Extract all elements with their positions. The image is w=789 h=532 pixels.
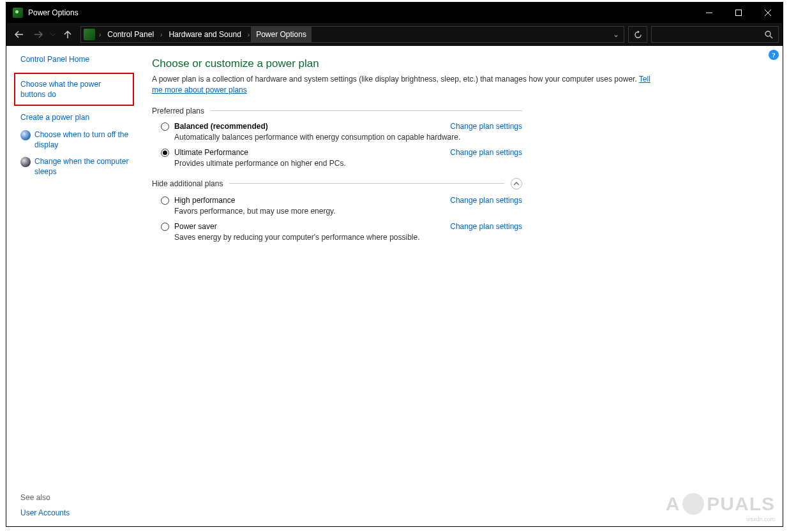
preferred-plans-section: Preferred plans Balanced (recommended) C… (152, 107, 522, 168)
monitor-icon (20, 130, 31, 140)
help-icon[interactable]: ? (769, 50, 779, 60)
see-also-user-accounts[interactable]: User Accounts (20, 508, 70, 517)
sidebar-link-label: Choose when to turn off the display (34, 129, 133, 150)
svg-point-4 (765, 31, 770, 36)
plan-description: Provides ultimate performance on higher … (174, 159, 522, 168)
section-title: Preferred plans (152, 107, 204, 115)
sidebar: Control Panel Home Choose what the power… (6, 46, 140, 526)
breadcrumb-leaf[interactable]: Power Options (251, 27, 312, 42)
search-icon (765, 31, 773, 39)
power-options-icon (13, 8, 23, 18)
forward-button[interactable] (29, 26, 47, 43)
plan-ultimate: Ultimate Performance Change plan setting… (161, 148, 522, 168)
plan-description: Favors performance, but may use more ene… (174, 207, 522, 216)
address-dropdown[interactable]: ⌄ (608, 30, 624, 39)
watermark: A PUALS (666, 493, 775, 515)
watermark-face-icon (682, 493, 704, 515)
plan-name: High performance (174, 196, 235, 205)
up-button[interactable] (59, 26, 77, 43)
main-panel: ? Choose or customize a power plan A pow… (140, 46, 783, 526)
recent-dropdown[interactable] (49, 26, 57, 43)
sidebar-link-sleep[interactable]: Change when the computer sleeps (20, 156, 133, 177)
intro-paragraph: A power plan is a collection of hardware… (152, 75, 639, 84)
plan-description: Automatically balances performance with … (174, 133, 522, 142)
additional-plans-section: Hide additional plans High performance C… (152, 178, 522, 242)
content-area: Control Panel Home Choose what the power… (6, 46, 783, 526)
refresh-button[interactable] (628, 26, 647, 43)
sidebar-link-power-buttons[interactable]: Choose what the power buttons do (14, 73, 134, 106)
chevron-right-icon[interactable]: › (159, 31, 163, 38)
back-button[interactable] (10, 26, 28, 43)
change-plan-settings-link[interactable]: Change plan settings (450, 148, 522, 157)
location-icon (84, 29, 95, 40)
minimize-button[interactable] (695, 3, 724, 23)
watermark-sub: wsxdn.com (746, 516, 775, 522)
radio-high-performance[interactable] (161, 196, 169, 205)
svg-rect-1 (736, 10, 742, 16)
close-button[interactable] (753, 3, 783, 23)
change-plan-settings-link[interactable]: Change plan settings (450, 196, 522, 205)
window-frame: Power Options › Control Panel › (6, 2, 783, 527)
chevron-right-icon[interactable]: › (98, 31, 102, 38)
sidebar-link-label: Create a power plan (20, 112, 133, 122)
collapse-button[interactable] (511, 178, 522, 189)
sidebar-link-create-plan[interactable]: Create a power plan (20, 112, 133, 122)
see-also-label: See also (20, 493, 70, 502)
section-header: Hide additional plans (152, 178, 522, 189)
navbar: › Control Panel › Hardware and Sound › P… (6, 23, 783, 46)
change-plan-settings-link[interactable]: Change plan settings (450, 122, 522, 131)
page-title: Choose or customize a power plan (152, 57, 771, 70)
chevron-up-icon (514, 181, 519, 186)
sidebar-link-turn-off-display[interactable]: Choose when to turn off the display (20, 129, 133, 150)
control-panel-home-link[interactable]: Control Panel Home (20, 55, 133, 64)
plan-high-performance: High performance Change plan settings Fa… (161, 196, 522, 216)
window-title: Power Options (28, 8, 79, 17)
radio-ultimate[interactable] (161, 149, 169, 157)
radio-balanced[interactable] (161, 122, 169, 131)
change-plan-settings-link[interactable]: Change plan settings (450, 222, 522, 231)
titlebar: Power Options (6, 3, 783, 23)
svg-line-5 (770, 36, 772, 38)
chevron-right-icon[interactable]: › (246, 31, 251, 38)
plan-description: Saves energy by reducing your computer's… (174, 233, 522, 242)
section-header: Preferred plans (152, 107, 522, 115)
intro-text: A power plan is a collection of hardware… (152, 74, 656, 96)
sidebar-link-label: Choose what the power buttons do (20, 79, 128, 100)
sidebar-bottom: See also User Accounts (20, 493, 70, 517)
breadcrumb-root[interactable]: Control Panel (102, 27, 159, 42)
sidebar-link-label: Change when the computer sleeps (34, 156, 133, 177)
plan-balanced: Balanced (recommended) Change plan setti… (161, 122, 522, 142)
plan-name: Balanced (recommended) (174, 122, 268, 131)
plan-power-saver: Power saver Change plan settings Saves e… (161, 222, 522, 242)
plan-name: Power saver (174, 222, 217, 231)
section-title: Hide additional plans (152, 179, 223, 188)
plan-name: Ultimate Performance (174, 148, 248, 157)
moon-icon (20, 157, 31, 167)
breadcrumb-mid[interactable]: Hardware and Sound (163, 27, 246, 42)
radio-power-saver[interactable] (161, 223, 169, 231)
address-bar[interactable]: › Control Panel › Hardware and Sound › P… (80, 26, 624, 43)
search-box[interactable] (651, 26, 779, 43)
maximize-button[interactable] (724, 3, 753, 23)
